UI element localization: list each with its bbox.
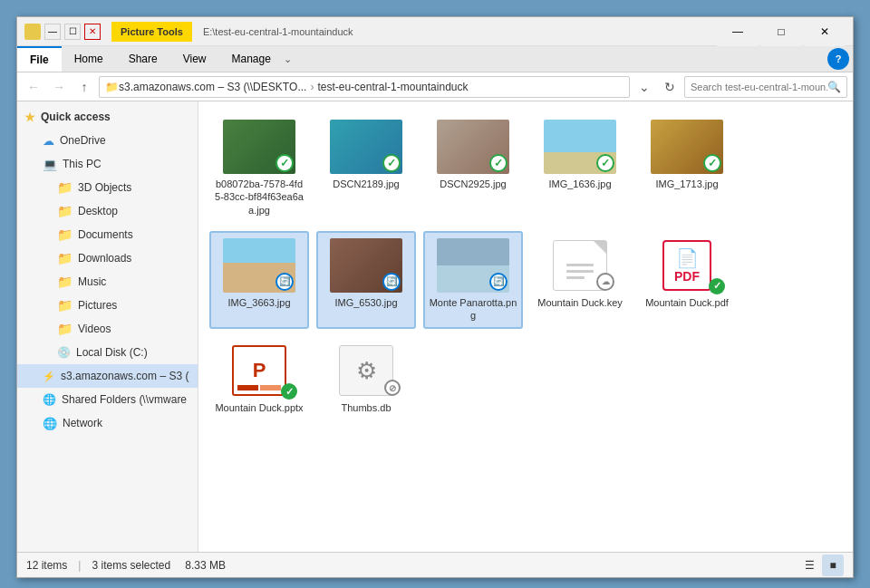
folder-icon: 📁 (57, 251, 72, 265)
tab-file[interactable]: File (17, 46, 62, 72)
file-name: DSCN2189.jpg (333, 178, 399, 190)
sidebar-item-desktop[interactable]: 📁 Desktop (17, 199, 198, 223)
file-item[interactable]: ✓ b08072ba-7578-4fd5-83cc-bf84f63ea6aa.j… (209, 112, 309, 224)
ribbon-expand-icon[interactable]: ⌄ (284, 53, 292, 65)
sidebar-item-documents[interactable]: 📁 Documents (17, 223, 198, 246)
file-item[interactable]: 🔄 IMG_6530.jpg (316, 231, 416, 330)
file-name: DSCN2925.jpg (440, 178, 506, 190)
file-thumbnail: 🔄 (223, 238, 295, 293)
star-icon: ★ (24, 111, 35, 124)
file-item[interactable]: ✓ DSCN2925.jpg (423, 112, 523, 224)
tab-home[interactable]: Home (62, 46, 116, 72)
sidebar-item-3d-objects[interactable]: 📁 3D Objects (17, 176, 198, 199)
selection-info: 3 items selected (92, 559, 170, 572)
status-badge: ✓ (382, 154, 401, 172)
details-view-button[interactable]: ☰ (798, 554, 820, 576)
folder-icon: 📁 (57, 298, 72, 313)
file-item[interactable]: 🔄 IMG_3663.jpg (209, 231, 309, 330)
tb-restore[interactable]: ☐ (64, 24, 81, 40)
address-arrow: › (310, 81, 314, 93)
tb-close[interactable]: ✕ (84, 24, 101, 40)
file-name: Mountain Duck.pptx (215, 401, 303, 414)
picture-tools-badge: Picture Tools (111, 22, 192, 42)
sidebar-label-music: Music (78, 275, 106, 288)
sidebar-item-onedrive[interactable]: ☁ OneDrive (17, 129, 198, 152)
back-button[interactable]: ← (23, 76, 44, 98)
file-item[interactable]: ⚙ ⊘ Thumbs.db (316, 336, 416, 421)
up-button[interactable]: ↑ (73, 76, 95, 98)
large-icons-view-button[interactable]: ■ (822, 554, 844, 576)
ribbon-tabs: File Home Share View Manage ⌄ ? (17, 46, 853, 72)
file-thumbnail: P ✓ (223, 343, 295, 398)
file-name: IMG_1636.jpg (548, 178, 611, 190)
file-grid: ✓ b08072ba-7578-4fd5-83cc-bf84f63ea6aa.j… (206, 109, 846, 426)
sidebar-label-3d: 3D Objects (78, 181, 131, 194)
forward-button[interactable]: → (48, 76, 70, 98)
sidebar-item-this-pc[interactable]: 💻 This PC (17, 152, 198, 176)
file-thumbnail: ⚙ ⊘ (330, 343, 402, 398)
sidebar-item-downloads[interactable]: 📁 Downloads (17, 246, 198, 270)
file-item[interactable]: ✓ IMG_1713.jpg (637, 112, 737, 224)
tab-manage[interactable]: Manage (219, 46, 284, 72)
tab-share[interactable]: Share (116, 46, 170, 72)
close-button[interactable]: ✕ (804, 17, 846, 46)
folder-icon: 📁 (57, 227, 72, 242)
explorer-window: — ☐ ✕ Picture Tools E:\test-eu-central-1… (16, 16, 854, 578)
file-thumbnail: ✓ (437, 120, 509, 174)
sidebar-label-quick-access: Quick access (41, 111, 111, 123)
sidebar-label-network: Network (63, 417, 102, 429)
sidebar-label-pictures: Pictures (78, 299, 117, 312)
titlebar-controls: — □ ✕ (717, 17, 846, 46)
status-badge: ✓ (489, 154, 508, 172)
sidebar-label-s3: s3.amazonaws.com – S3 ( (61, 370, 188, 382)
dropdown-button[interactable]: ⌄ (633, 76, 655, 98)
search-input[interactable] (691, 82, 827, 92)
network-icon: 🌐 (43, 417, 57, 430)
address-path[interactable]: 📁 s3.amazonaws.com – S3 (\\DESKTО... › t… (99, 76, 630, 98)
minimize-button[interactable]: — (717, 17, 759, 46)
refresh-button[interactable]: ↻ (659, 76, 681, 98)
file-name: Mountain Duck.pdf (645, 296, 729, 309)
status-badge: ✓ (703, 154, 721, 172)
file-item[interactable]: ☁ Mountain Duck.key (530, 231, 630, 330)
search-box[interactable]: 🔍 (684, 76, 847, 98)
titlebar-left: — ☐ ✕ Picture Tools E:\test-eu-central-1… (24, 22, 717, 42)
file-item[interactable]: ✓ DSCN2189.jpg (316, 112, 416, 224)
sidebar-label-videos: Videos (78, 323, 111, 335)
tab-view[interactable]: View (170, 46, 219, 72)
file-item[interactable]: P ✓ Mountain Duck.pptx (209, 336, 309, 421)
s3-icon: ⚡ (43, 371, 55, 382)
file-name: Mountain Duck.key (537, 296, 623, 309)
file-thumbnail: ✓ (223, 120, 295, 174)
sidebar-item-music[interactable]: 📁 Music (17, 270, 198, 294)
sidebar-item-network[interactable]: 🌐 Network (17, 411, 198, 435)
file-item[interactable]: 📄 PDF ✓ Mountain Duck.pdf (637, 231, 737, 330)
status-badge: 🔄 (382, 273, 401, 291)
addressbar: ← → ↑ 📁 s3.amazonaws.com – S3 (\\DESKTО.… (17, 72, 853, 101)
tb-minimize[interactable]: — (44, 24, 61, 40)
address-folder-icon: 📁 (105, 81, 119, 93)
ribbon: File Home Share View Manage ⌄ ? (17, 46, 853, 72)
file-item[interactable]: 🔄 Monte Panarotta.png (423, 231, 523, 330)
pc-icon: 💻 (43, 158, 57, 171)
sidebar-label-local-disk: Local Disk (C:) (76, 346, 148, 359)
file-name: b08072ba-7578-4fd5-83cc-bf84f63ea6aa.jpg (215, 178, 304, 217)
status-badge: ✓ (709, 278, 725, 294)
sidebar-label-shared: Shared Folders (\\vmware (62, 393, 187, 406)
sidebar-item-quick-access[interactable]: ★ Quick access (17, 105, 198, 129)
sidebar-item-pictures[interactable]: 📁 Pictures (17, 294, 198, 317)
help-button[interactable]: ? (827, 48, 849, 70)
file-thumbnail: 🔄 (437, 238, 509, 293)
file-name: Thumbs.db (341, 401, 391, 414)
window-icon (24, 24, 41, 40)
sidebar-item-local-disk[interactable]: 💿 Local Disk (C:) (17, 341, 198, 364)
file-thumbnail: ✓ (651, 120, 723, 174)
status-badge: ✓ (276, 154, 294, 172)
status-badge: 🔄 (276, 273, 294, 291)
sidebar-item-s3[interactable]: ⚡ s3.amazonaws.com – S3 ( (17, 364, 198, 388)
sidebar-item-videos[interactable]: 📁 Videos (17, 317, 198, 341)
sidebar-item-shared[interactable]: 🌐 Shared Folders (\\vmware (17, 388, 198, 411)
file-name: IMG_1713.jpg (655, 178, 718, 190)
file-item[interactable]: ✓ IMG_1636.jpg (530, 112, 630, 224)
maximize-button[interactable]: □ (760, 17, 802, 46)
